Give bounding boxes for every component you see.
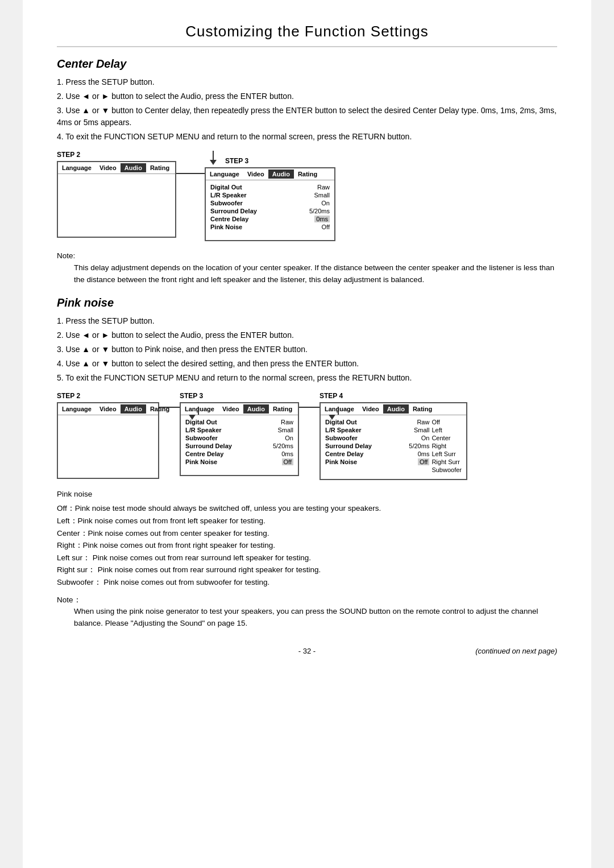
pn-s4-labels: Digital OutRaw L/R SpeakerSmall Subwoofe… [325, 419, 429, 474]
pn-s3-row-6: Pink NoiseOff [185, 458, 293, 465]
pn-s4-v3: Center [432, 435, 462, 441]
pn-s4-row-4: Surround Delay5/20ms [325, 443, 429, 449]
pn-step4-label: STEP 4 [320, 392, 343, 400]
cd-step3-screen: Language Video Audio Rating Digital OutR… [205, 167, 335, 241]
pn-step3-content: Digital OutRaw L/R SpeakerSmall Subwoofe… [181, 415, 298, 471]
pn-s4-lang: Language [321, 404, 358, 414]
pn-s4-row-3: SubwooferOn [325, 435, 429, 441]
cd-step-2: Use ◄ or ► button to select the Audio, p… [57, 90, 557, 102]
pn-s3-row-4: Surround Delay5/20ms [185, 443, 293, 449]
cd-arrow-1 [176, 151, 205, 174]
pink-noise-diagrams: STEP 2 Language Video Audio Rating [57, 392, 557, 480]
pn-desc-1: Left：Pink noise comes out from front lef… [57, 515, 557, 527]
pn-s3-labels: Digital OutRaw L/R SpeakerSmall Subwoofe… [185, 419, 293, 466]
pn-s2-lang: Language [58, 404, 96, 414]
pn-s3-row-1: Digital OutRaw [185, 419, 293, 425]
pn-s4-row-2: L/R SpeakerSmall [325, 427, 429, 433]
pn-s4-row-1: Digital OutRaw [325, 419, 429, 425]
cd-s2-rating: Rating [146, 163, 173, 172]
pn-step-1: Press the SETUP button. [57, 315, 557, 327]
cd-s3-row-4: Surround Delay5/20ms [210, 208, 330, 214]
cd-s3-row-6: Pink NoiseOff [210, 224, 330, 230]
cd-step3-content: Digital OutRaw L/R SpeakerSmall Subwoofe… [206, 180, 334, 236]
pn-step2-screen: Language Video Audio Rating [57, 402, 159, 479]
cd-step2-empty [58, 174, 175, 237]
pn-step2-empty [58, 415, 158, 478]
cd-step3-menubar: Language Video Audio Rating [206, 168, 334, 180]
pn-step3-block: STEP 3 Language Video Audio Rating Digit… [180, 392, 299, 476]
continued-label: (continued on next page) [391, 647, 557, 655]
cd-s2-audio: Audio [121, 163, 146, 172]
cd-s3-lang: Language [206, 170, 243, 179]
pn-desc-0: Off：Pink noise test mode should always b… [57, 502, 557, 515]
pn-s3-video: Video [218, 404, 243, 414]
page-number: - 32 - [223, 647, 390, 655]
pn-s3-row-5: Centre Delay0ms [185, 450, 293, 457]
pn-s4-v7: Subwoofer [432, 466, 462, 473]
cd-s3-row-1: Digital OutRaw [210, 184, 330, 191]
pn-step2-block: STEP 2 Language Video Audio Rating [57, 392, 159, 479]
cd-step-4: To exit the FUNCTION SETUP MENU and retu… [57, 131, 557, 143]
pn-step2-menubar: Language Video Audio Rating [58, 403, 158, 415]
cd-step-3: Use ▲ or ▼ button to Center delay, then … [57, 105, 557, 129]
pn-desc-6: Subwoofer： Pink noise comes out from sub… [57, 576, 557, 589]
pn-step2-label: STEP 2 [57, 392, 80, 400]
cd-s3-audio: Audio [268, 170, 294, 179]
pn-step4-menubar: Language Video Audio Rating [321, 403, 466, 415]
pn-desc-title: Pink noise [57, 488, 557, 501]
center-delay-section: Center Delay Press the SETUP button. Use… [57, 57, 557, 286]
cd-note-text: This delay adjustment depends on the loc… [74, 262, 557, 286]
pn-arrow-2 [299, 392, 320, 420]
pn-step-2: Use ◄ or ► button to select the Audio, p… [57, 329, 557, 341]
cd-note: Note: This delay adjustment depends on t… [57, 250, 557, 286]
pn-vert-1 [159, 407, 180, 420]
pn-s4-audio: Audio [383, 404, 409, 414]
pn-arrow-1 [159, 392, 180, 420]
cd-s3-labels: Digital OutRaw L/R SpeakerSmall Subwoofe… [210, 184, 330, 232]
center-delay-steps: Press the SETUP button. Use ◄ or ► butto… [57, 76, 557, 143]
cd-step3-label: STEP 3 [225, 157, 248, 165]
pn-arrow-tip-1 [189, 415, 196, 420]
cd-horiz-line-1 [176, 173, 205, 174]
pn-step4-content: Digital OutRaw L/R SpeakerSmall Subwoofe… [321, 415, 466, 479]
pn-s3-row-2: L/R SpeakerSmall [185, 427, 293, 433]
pn-s4-v6: Right Surr [432, 458, 462, 465]
pn-s4-v5: Left Surr [432, 450, 462, 457]
cd-step2-block: STEP 2 Language Video Audio Rating [57, 151, 176, 238]
cd-s3-rating: Rating [294, 170, 321, 179]
pn-arrow-tip-2 [329, 415, 335, 420]
pn-vert-2 [299, 407, 320, 420]
pink-noise-section: Pink noise Press the SETUP button. Use ◄… [57, 296, 557, 630]
pn-note-text: When using the pink noise generator to t… [74, 606, 557, 630]
pn-desc-2: Center：Pink noise comes out from center … [57, 527, 557, 540]
pn-desc-4: Left sur： Pink noise comes out from rear… [57, 552, 557, 564]
pn-s4-v2: Left [432, 427, 462, 433]
pn-s2-video: Video [96, 404, 121, 414]
cd-s2-video: Video [96, 163, 121, 172]
pn-s2-audio: Audio [121, 404, 146, 414]
pn-step-5: To exit the FUNCTION SETUP MENU and retu… [57, 372, 557, 384]
pn-s4-v1: Off [432, 419, 462, 425]
cd-step3-block: STEP 3 Language Video Audio Rating Digit… [205, 151, 335, 241]
center-delay-title: Center Delay [57, 57, 557, 71]
cd-note-label: Note: [57, 251, 75, 260]
pn-note: Note： When using the pink noise generato… [57, 594, 557, 630]
pn-step-4: Use ▲ or ▼ button to select the desired … [57, 358, 557, 370]
cd-step2-label: STEP 2 [57, 151, 80, 159]
cd-step-1: Press the SETUP button. [57, 76, 557, 88]
pn-step-3: Use ▲ or ▼ button to Pink noise, and the… [57, 344, 557, 356]
pn-desc-5: Right sur： Pink noise comes out from rea… [57, 564, 557, 576]
page: Customizing the Function Settings Center… [23, 0, 591, 868]
pn-s4-extra-values: Off Left Center Right Left Surr Right Su… [432, 419, 462, 474]
pn-vert-line-2 [338, 407, 339, 415]
cd-s3-row-5: Centre Delay0ms [210, 216, 330, 222]
cd-s3-video: Video [243, 170, 268, 179]
cd-s3-row-3: SubwooferOn [210, 200, 330, 206]
pn-s3-lang: Language [181, 404, 218, 414]
cd-step2-screen: Language Video Audio Rating [57, 161, 176, 238]
cd-s2-lang: Language [58, 163, 96, 172]
pn-s4-row-5: Centre Delay0ms [325, 450, 429, 457]
pn-descriptions: Pink noise Off：Pink noise test mode shou… [57, 488, 557, 589]
pink-noise-steps: Press the SETUP button. Use ◄ or ► butto… [57, 315, 557, 384]
page-footer: - 32 - (continued on next page) [57, 647, 557, 655]
